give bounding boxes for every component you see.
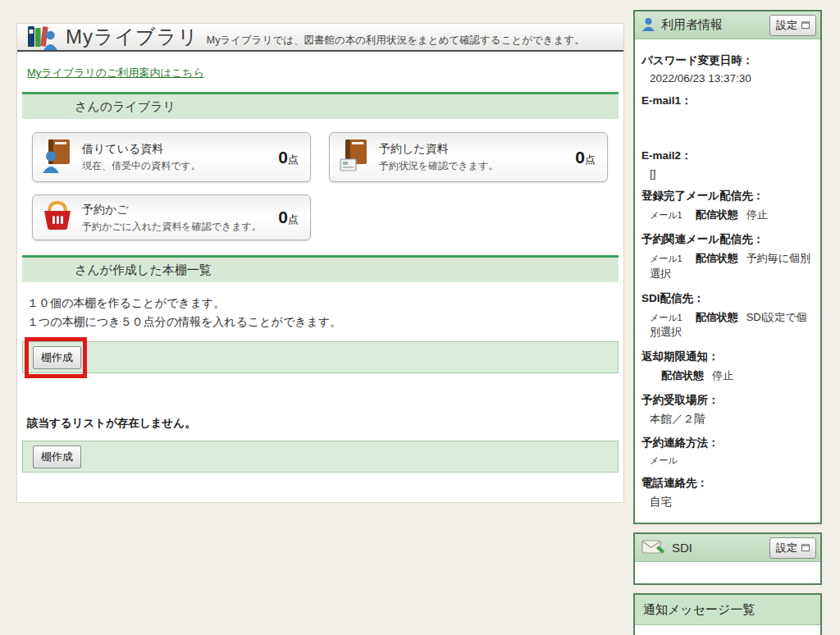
phone-contact-label: 電話連絡先： bbox=[641, 476, 814, 491]
main-panel: Myライブラリ Myライブラリでは、図書館の本の利用状況をまとめて確認することが… bbox=[16, 23, 624, 503]
return-deadline-label: 返却期限通知： bbox=[641, 349, 814, 364]
return-deadline-row: 配信状態停止 bbox=[661, 368, 814, 384]
phone-contact-value: 自宅 bbox=[650, 495, 814, 509]
email1-value-empty bbox=[641, 108, 814, 139]
user-info-box: 利用者情報 設定 パスワード変更日時： 2022/06/23 13:37:30 … bbox=[633, 10, 822, 524]
library-cards: 借りている資料 現在、借受中の資料です。 0点 予約した資料 予約状況を確認でき… bbox=[32, 132, 609, 240]
card-reservation-basket[interactable]: 予約かご 予約かごに入れた資料を確認できます。 0点 bbox=[32, 194, 311, 240]
library-section-banner: さんのライブラリ bbox=[22, 92, 619, 119]
email2-value: [] bbox=[650, 167, 814, 180]
sdi-header: SDI 設定 bbox=[635, 534, 820, 562]
user-icon bbox=[641, 17, 655, 34]
page-title: Myライブラリ bbox=[66, 24, 199, 50]
create-shelf-button-bottom[interactable]: 棚作成 bbox=[33, 445, 81, 468]
password-changed-label: パスワード変更日時： bbox=[641, 53, 814, 68]
sdi-settings-button[interactable]: 設定 bbox=[769, 537, 816, 559]
email1-label: E-mail1： bbox=[641, 94, 814, 108]
shelf-action-bar-bottom: 棚作成 bbox=[22, 441, 619, 473]
mylibrary-books-person-icon bbox=[27, 25, 57, 50]
sdi-body bbox=[635, 562, 820, 583]
pickup-place-value: 本館／２階 bbox=[650, 412, 814, 427]
card-title: 予約かご bbox=[82, 203, 129, 216]
card-count: 0点 bbox=[278, 148, 299, 167]
card-title: 借りている資料 bbox=[82, 142, 163, 155]
guide-link[interactable]: Myライブラリのご利用案内はこちら bbox=[27, 66, 204, 79]
card-description: 予約状況を確認できます。 bbox=[379, 159, 567, 172]
create-shelf-button-top[interactable]: 棚作成 bbox=[33, 346, 81, 369]
email2-label: E-mail2： bbox=[641, 148, 814, 163]
reservation-mail-label: 予約関連メール配信先： bbox=[641, 232, 814, 247]
sdi-title: SDI bbox=[672, 541, 692, 555]
notification-box: 通知メッセージ一覧 ▶他を見る bbox=[633, 593, 822, 635]
contact-method-label: 予約連絡方法： bbox=[641, 436, 814, 450]
user-info-title: 利用者情報 bbox=[661, 17, 723, 33]
page-description: Myライブラリでは、図書館の本の利用状況をまとめて確認することができます。 bbox=[207, 27, 585, 48]
sdi-box: SDI 設定 bbox=[633, 532, 822, 585]
card-description: 現在、借受中の資料です。 bbox=[82, 159, 270, 172]
envelope-pencil-icon bbox=[641, 539, 666, 557]
bookshelf-section-banner: さんが作成した本棚一覧 bbox=[22, 255, 619, 282]
basket-icon bbox=[41, 200, 74, 235]
card-reserved-items[interactable]: 予約した資料 予約状況を確認できます。 0点 bbox=[329, 132, 608, 182]
user-settings-button[interactable]: 設定 bbox=[769, 15, 816, 36]
book-card-icon bbox=[338, 138, 371, 176]
popup-window-icon bbox=[801, 544, 810, 551]
sdi-mail-label: SDI配信先： bbox=[641, 291, 814, 306]
notification-body: ▶他を見る bbox=[635, 625, 820, 635]
empty-list-message: 該当するリストが存在しません。 bbox=[27, 416, 614, 431]
card-title: 予約した資料 bbox=[379, 142, 449, 155]
password-changed-value: 2022/06/23 13:37:30 bbox=[650, 72, 814, 85]
registration-mail-row: メール1配信状態停止 bbox=[650, 208, 814, 223]
sdi-mail-row: メール1配信状態SDI設定で個別選択 bbox=[650, 310, 814, 341]
popup-window-icon bbox=[801, 21, 810, 29]
contact-method-value: メール bbox=[650, 455, 814, 467]
notification-header: 通知メッセージ一覧 bbox=[635, 595, 820, 625]
card-count: 0点 bbox=[278, 208, 299, 227]
card-description: 予約かごに入れた資料を確認できます。 bbox=[82, 220, 270, 233]
registration-mail-label: 登録完了メール配信先： bbox=[641, 189, 814, 203]
user-info-body: パスワード変更日時： 2022/06/23 13:37:30 E-mail1： … bbox=[635, 39, 820, 523]
card-borrowed-items[interactable]: 借りている資料 現在、借受中の資料です。 0点 bbox=[32, 132, 311, 182]
page-background: { "header": { "title": "Myライブラリ", "descr… bbox=[0, 0, 840, 635]
sidebar: 利用者情報 設定 パスワード変更日時： 2022/06/23 13:37:30 … bbox=[633, 10, 822, 635]
shelf-info-line1: １０個の本棚を作ることができます。 bbox=[27, 294, 614, 313]
user-info-header: 利用者情報 設定 bbox=[635, 11, 820, 39]
pickup-place-label: 予約受取場所： bbox=[641, 393, 814, 408]
shelf-info-line2: １つの本棚につき５０点分の情報を入れることができます。 bbox=[27, 313, 614, 331]
card-count: 0点 bbox=[575, 148, 596, 167]
page-header: Myライブラリ Myライブラリでは、図書館の本の利用状況をまとめて確認することが… bbox=[17, 24, 623, 52]
book-person-icon bbox=[41, 138, 74, 176]
reservation-mail-row: メール1配信状態予約毎に個別選択 bbox=[650, 251, 814, 282]
shelf-action-bar-top: 棚作成 bbox=[22, 341, 619, 373]
